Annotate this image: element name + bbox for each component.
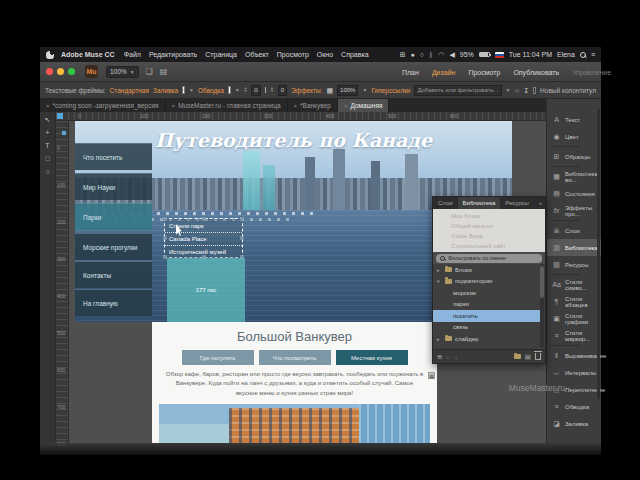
chevron-down-icon[interactable]: ▾ <box>437 278 442 284</box>
dock-panel-заливка[interactable]: ◪Заливка <box>547 415 601 432</box>
anchor-icon[interactable]: ↧ <box>523 87 529 94</box>
hyperlinks-link[interactable]: Гиперссылки <box>371 87 410 94</box>
library-tree-row[interactable]: морские <box>433 287 540 299</box>
section-tab-button[interactable]: Что посмотреть <box>259 350 331 365</box>
menubar-menu-редактировать[interactable]: Редактировать <box>149 51 197 58</box>
battery-icon[interactable] <box>479 52 490 57</box>
spotlight-search-icon[interactable] <box>580 52 586 58</box>
dock-panel-библиотека[interactable]: ▥Библиотека <box>547 239 601 256</box>
close-tab-icon[interactable]: × <box>46 103 50 109</box>
section-tab-button[interactable]: Местная кухня <box>336 350 408 365</box>
corner-radius-field[interactable]: 0 <box>278 85 287 96</box>
widget-options-icon[interactable]: ▦ <box>428 372 435 379</box>
document-tab[interactable]: ×*Ванкувер <box>288 99 338 112</box>
tool-icon-1[interactable]: + <box>45 129 49 136</box>
dock-panel-интервалы[interactable]: ↔Интервалы <box>547 364 601 381</box>
dock-panel-стили-маркир-[interactable]: ≡Стили маркир... <box>547 327 601 344</box>
apple-logo-icon[interactable] <box>46 51 54 59</box>
new-item-icon[interactable]: ▤ <box>525 353 531 361</box>
mode-button-управление[interactable]: Управление <box>572 69 611 76</box>
stroke-stepper[interactable]: ▲▼ <box>244 87 247 94</box>
selection-handle[interactable] <box>241 218 244 221</box>
selection-handle[interactable] <box>241 237 244 240</box>
tool-icon-3[interactable]: □ <box>45 155 49 162</box>
library-filter-input[interactable]: Фильтровать по имени <box>436 254 542 263</box>
minimize-window-button[interactable] <box>57 68 64 75</box>
chevron-down-icon[interactable]: ▼ <box>235 87 240 93</box>
dock-panel-слои[interactable]: ≣Слои <box>547 222 601 239</box>
tool-icon-2[interactable]: T <box>45 142 49 149</box>
dock-scrollbar[interactable] <box>597 109 600 399</box>
site-nav-item[interactable]: Мир Науки <box>75 173 152 200</box>
close-window-button[interactable] <box>46 68 53 75</box>
fill-link[interactable]: Заливка <box>153 87 178 94</box>
dock-panel-стили-графики[interactable]: ▣Стили графики <box>547 310 601 327</box>
menubar-menu-окно[interactable]: Окно <box>317 51 333 58</box>
library-tree-row[interactable]: парки <box>433 299 540 311</box>
dock-panel-эффекты-про-[interactable]: fxЭффекты про... <box>547 202 601 219</box>
keyboard-layout-flag-icon[interactable] <box>495 52 504 58</box>
guide-marker[interactable] <box>62 131 66 135</box>
display-icon[interactable]: ⊞ <box>400 51 406 58</box>
opacity-field[interactable]: 100% <box>337 85 358 96</box>
wifi-icon[interactable]: ◠ <box>438 51 444 58</box>
document-tab[interactable]: ×MuseMaster.ru - главная страница <box>166 99 288 112</box>
zoom-window-button[interactable] <box>68 68 75 75</box>
menubar-user[interactable]: Elena <box>557 51 575 58</box>
section-tab-button[interactable]: Где погулять <box>182 350 254 365</box>
chevron-down-icon[interactable]: ▼ <box>189 87 194 93</box>
panel-tab-библиотека[interactable]: Библиотека <box>458 197 501 209</box>
menubar-menu-просмотр[interactable]: Просмотр <box>277 51 309 58</box>
panel-tab-слои[interactable]: Слои <box>433 197 458 209</box>
close-tab-icon[interactable]: × <box>344 103 348 109</box>
hyperlink-combo[interactable]: Добавить или фильтровать... <box>414 85 501 96</box>
embed-icon[interactable]: ⊕ <box>437 353 442 361</box>
effects-link[interactable]: Эффекты: <box>291 87 322 94</box>
menubar-menu-справка[interactable]: Справка <box>341 51 368 58</box>
mode-button-просмотр[interactable]: Просмотр <box>468 69 500 76</box>
library-tree-row[interactable]: посетить <box>433 310 540 322</box>
chevron-right-icon[interactable]: ▸ <box>437 336 442 342</box>
site-nav-item[interactable]: Что посетить <box>75 143 152 170</box>
sync-icon[interactable]: ○ <box>420 51 424 58</box>
chevron-right-icon[interactable]: ▸ <box>437 267 442 273</box>
dock-panel-стили-абзацев[interactable]: ¶Стили абзацев <box>547 293 601 310</box>
tool-icon-0[interactable]: ↖ <box>45 116 51 123</box>
mode-button-план[interactable]: План <box>402 69 419 76</box>
stroke-link[interactable]: Обводка <box>198 87 224 94</box>
new-footer-checkbox[interactable] <box>533 87 536 94</box>
library-tree-row[interactable]: связь <box>433 322 540 334</box>
dock-panel-библиотека-ви-[interactable]: ▦Библиотека ви... <box>547 168 601 185</box>
content-section[interactable]: Большой Ванкувер Где погулятьЧто посмотр… <box>152 322 437 443</box>
mode-button-опубликовать[interactable]: Опубликовать <box>513 69 559 76</box>
dock-panel-состояния[interactable]: ▤Состояния <box>547 185 601 202</box>
chevron-down-icon[interactable]: ▼ <box>506 87 511 93</box>
menubar-menu-объект[interactable]: Объект <box>245 51 269 58</box>
panel-collapse-icon[interactable]: » <box>539 200 542 206</box>
notification-center-icon[interactable]: ≡ <box>591 51 595 58</box>
document-tab[interactable]: ×*coming soon -загруженная_версия <box>40 99 166 112</box>
trash-icon[interactable] <box>535 353 541 360</box>
site-nav-item[interactable]: Морские прогулки <box>75 233 152 260</box>
zoom-level-select[interactable]: 100% ▼ <box>106 66 139 78</box>
document-tab[interactable]: ×Домашняя <box>338 99 390 112</box>
tool-icon-4[interactable]: ○ <box>45 168 49 175</box>
site-nav-item[interactable]: Парки <box>75 203 152 230</box>
close-tab-icon[interactable]: × <box>172 103 176 109</box>
corner-radius-icon[interactable] <box>265 87 267 93</box>
menubar-menu-страница[interactable]: Страница <box>205 51 237 58</box>
mode-button-дизайн[interactable]: Дизайн <box>432 69 456 76</box>
fill-swatch[interactable] <box>182 86 185 94</box>
spacing-measure-rect[interactable]: 177 пкс <box>167 258 245 322</box>
dock-panel-образцы[interactable]: ⊞Образцы <box>547 148 601 165</box>
menubar-menu-файл[interactable]: Файл <box>124 51 141 58</box>
stroke-swatch[interactable] <box>228 86 231 94</box>
selection-handle[interactable] <box>164 218 167 221</box>
dock-panel-цвет[interactable]: ◉Цвет <box>547 128 601 145</box>
dock-panel-текст[interactable]: AТекст <box>547 111 601 128</box>
dock-panel-обводка[interactable]: ≡Обводка <box>547 398 601 415</box>
place-icon[interactable]: ∷ <box>446 354 450 360</box>
dock-panel-стили-симво-[interactable]: AaСтили симво... <box>547 276 601 293</box>
ruler-origin-marker[interactable] <box>57 113 63 119</box>
frame-style-link[interactable]: Стандартная <box>110 87 149 94</box>
